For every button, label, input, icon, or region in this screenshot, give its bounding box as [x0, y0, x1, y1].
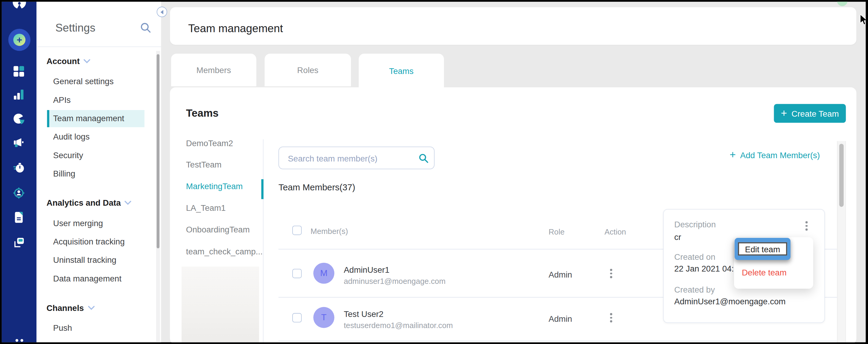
column-action: Action	[604, 227, 626, 236]
sidebar-item-data-management[interactable]: Data management	[53, 274, 122, 283]
campaigns-megaphone-icon[interactable]	[13, 138, 24, 149]
window-border	[866, 0, 868, 344]
column-role: Role	[549, 227, 565, 236]
section-channels[interactable]: Channels	[46, 303, 94, 312]
row-checkbox[interactable]	[292, 313, 302, 322]
settings-title: Settings	[55, 22, 95, 34]
team-list-item[interactable]: OnboardingTeam	[186, 225, 250, 234]
window-border	[0, 0, 2, 344]
description-value: cr	[674, 233, 681, 242]
edit-team-highlight: Edit team	[735, 238, 790, 260]
member-name: Test User2	[344, 309, 383, 318]
team-list-item-selected[interactable]: MarketingTeam	[186, 181, 243, 191]
cards-stack-icon[interactable]	[13, 237, 24, 248]
section-analytics-data[interactable]: Analytics and Data	[46, 198, 131, 207]
chevron-left-icon	[160, 10, 163, 14]
create-new-button[interactable]: +	[8, 29, 31, 51]
search-team-member-box[interactable]	[278, 146, 435, 169]
row-actions-kebab-icon[interactable]	[608, 267, 615, 280]
member-name: AdminUser1	[344, 265, 390, 274]
sidebar-item-audit-logs[interactable]: Audit logs	[53, 132, 90, 141]
chevron-down-icon	[125, 201, 131, 205]
selected-menu-bar	[47, 110, 49, 127]
analytics-icon[interactable]	[13, 89, 24, 100]
team-list-item[interactable]: TestTeam	[186, 160, 221, 169]
tab-members[interactable]: Members	[171, 54, 256, 86]
segments-pie-icon[interactable]	[13, 113, 24, 125]
add-team-members-link[interactable]: + Add Team Member(s)	[730, 150, 820, 160]
create-team-button[interactable]: + Create Team	[774, 104, 846, 123]
teams-heading: Teams	[186, 107, 218, 119]
window-border	[0, 343, 868, 344]
moengage-logo-icon[interactable]	[12, 2, 27, 13]
sidebar-item-security[interactable]: Security	[53, 150, 83, 160]
settings-scrollbar-thumb[interactable]	[157, 54, 159, 248]
member-email: testuserdemo1@mailinator.com	[344, 321, 453, 330]
sidebar-item-billing[interactable]: Billing	[53, 169, 75, 178]
sidebar-item-general-settings[interactable]: General settings	[53, 76, 114, 86]
blurred-region	[182, 267, 259, 343]
select-all-checkbox[interactable]	[292, 226, 302, 235]
chevron-down-icon	[84, 59, 90, 63]
divider	[36, 46, 161, 47]
column-member: Member(s)	[311, 227, 348, 235]
row-actions-kebab-icon[interactable]	[608, 311, 615, 324]
member-role: Admin	[549, 270, 572, 279]
edit-team-menu-item[interactable]: Edit team	[738, 242, 787, 255]
divider	[278, 341, 837, 341]
settings-search-icon[interactable]	[141, 23, 151, 35]
selected-team-bar	[261, 179, 264, 199]
content-scrollbar-thumb[interactable]	[839, 144, 844, 207]
audience-target-icon[interactable]	[13, 187, 24, 199]
search-input[interactable]	[287, 147, 416, 170]
sidebar-item-push[interactable]: Push	[53, 323, 72, 332]
team-list-item[interactable]: team_check_camp...	[186, 247, 263, 256]
row-checkbox[interactable]	[292, 269, 302, 278]
created-by-value: AdminUser1@moengage.com	[674, 297, 785, 306]
app-window: +	[0, 0, 868, 344]
timer-icon[interactable]	[13, 163, 24, 174]
divider	[263, 140, 264, 344]
member-email: adminuser1@moengage.com	[344, 277, 445, 285]
member-role: Admin	[549, 314, 572, 323]
documents-icon[interactable]	[13, 212, 24, 223]
team-list-item[interactable]: LA_Team1	[186, 203, 226, 212]
avatar: T	[313, 307, 334, 328]
created-on-label: Created on	[674, 252, 715, 262]
sidebar-item-apis[interactable]: APIs	[53, 95, 71, 104]
partial-icon	[16, 339, 18, 342]
search-icon[interactable]	[419, 154, 428, 163]
sidebar-item-team-management[interactable]: Team management	[53, 113, 124, 123]
chevron-down-icon	[88, 306, 94, 310]
window-border	[0, 0, 868, 2]
details-kebab-icon[interactable]	[803, 219, 810, 233]
plus-icon: +	[730, 149, 736, 160]
collapse-panel-button[interactable]	[157, 7, 167, 17]
sidebar-item-uninstall-tracking[interactable]: Uninstall tracking	[53, 255, 117, 264]
delete-team-menu-item[interactable]: Delete team	[742, 268, 787, 277]
tab-teams[interactable]: Teams	[359, 54, 444, 89]
plus-icon: +	[781, 108, 787, 118]
dashboard-icon[interactable]	[13, 66, 24, 77]
plus-icon: +	[13, 34, 25, 46]
created-by-label: Created by	[674, 285, 715, 294]
avatar: M	[313, 263, 334, 284]
sidebar-item-acquisition-tracking[interactable]: Acquisition tracking	[53, 237, 125, 246]
sidebar-item-user-merging[interactable]: User merging	[53, 218, 103, 228]
team-list-item[interactable]: DemoTeam2	[186, 138, 233, 148]
page-title: Team management	[188, 22, 283, 35]
section-account[interactable]: Account	[46, 57, 90, 66]
partial-icon	[21, 339, 23, 342]
team-members-count: Team Members(37)	[278, 182, 355, 193]
description-label: Description	[674, 219, 716, 229]
tab-roles[interactable]: Roles	[265, 54, 351, 86]
